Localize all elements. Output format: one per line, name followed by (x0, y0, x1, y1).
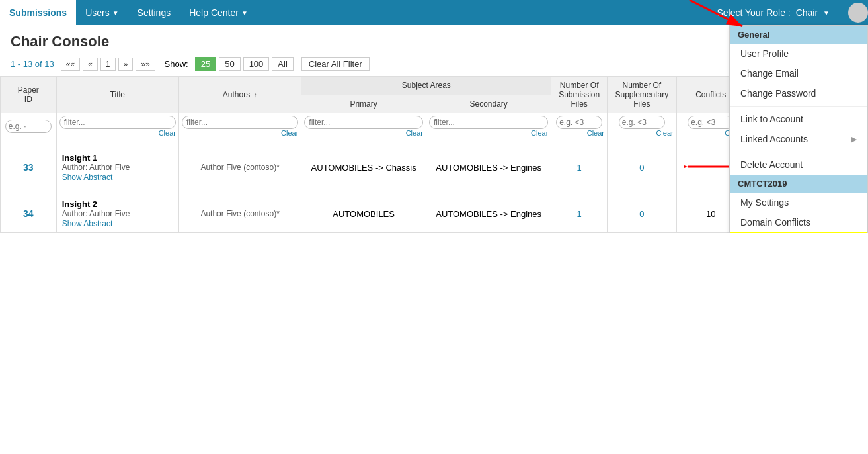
row34-author-sub: Author: Author Five (62, 209, 173, 218)
nav-settings[interactable]: Settings (128, 0, 180, 25)
pagination-info: 1 - 13 of 13 (11, 59, 54, 69)
row34-secondary: AUTOMOBILES -> Engines (426, 195, 551, 233)
nav-users-arrow: ▼ (112, 9, 119, 17)
pagination-page1-btn[interactable]: 1 (100, 58, 116, 71)
nav-role-label: Select Your Role : (717, 7, 790, 18)
nav-right-section: Select Your Role : Chair ▼ General User … (707, 0, 868, 25)
nav-help-center[interactable]: Help Center ▼ (180, 0, 257, 25)
th-secondary: Secondary (426, 95, 551, 113)
dropdown-email-history[interactable]: Email History (730, 232, 867, 233)
th-paper-id: PaperID (1, 77, 57, 113)
dropdown-linked-accounts[interactable]: Linked Accounts ▶ (730, 129, 867, 149)
user-dropdown-menu: General User Profile Change Email Change… (729, 25, 868, 233)
filter-authors-clear[interactable]: Clear (182, 129, 298, 137)
dropdown-domain-conflicts[interactable]: Domain Conflicts (730, 212, 867, 232)
show-25-btn[interactable]: 25 (195, 57, 216, 71)
filter-submission-files-clear[interactable]: Clear (554, 129, 604, 137)
th-subject-areas: Subject Areas (301, 77, 551, 95)
dropdown-user-profile-label: User Profile (740, 48, 789, 59)
nav-users-label: Users (85, 7, 110, 18)
dropdown-general-header: General (730, 26, 867, 44)
th-primary: Primary (301, 95, 426, 113)
filter-title-clear[interactable]: Clear (59, 129, 176, 137)
row34-title: Insight 2 (62, 199, 173, 209)
row34-submission-files: 1 (551, 195, 608, 233)
dropdown-divider-2 (730, 152, 867, 152)
filter-paper-id-cell (1, 113, 57, 140)
dropdown-link-to-account[interactable]: Link to Account (730, 109, 867, 129)
nav-role-selector[interactable]: Select Your Role : Chair ▼ (707, 7, 842, 18)
show-100-btn[interactable]: 100 (243, 57, 270, 71)
dropdown-domain-conflicts-label: Domain Conflicts (740, 217, 810, 228)
row34-authors: Author Five (contoso)* (178, 195, 301, 233)
row34-show-abstract[interactable]: Show Abstract (62, 219, 113, 228)
nav-submissions[interactable]: Submissions (0, 0, 76, 25)
pagination-next-btn[interactable]: » (118, 58, 134, 71)
row33-submission-files: 1 (551, 140, 608, 195)
filter-authors-input[interactable] (182, 116, 298, 129)
row34-title-cell: Insight 2 Author: Author Five Show Abstr… (56, 195, 178, 233)
row34-paper-id[interactable]: 34 (1, 195, 57, 233)
filter-paper-id-input[interactable] (5, 120, 52, 133)
filter-secondary-cell: Clear (426, 113, 551, 140)
filter-primary-clear[interactable]: Clear (304, 129, 423, 137)
dropdown-linked-accounts-label: Linked Accounts (740, 134, 808, 144)
filter-secondary-clear[interactable]: Clear (429, 129, 548, 137)
dropdown-delete-account-label: Delete Account (740, 159, 803, 170)
row33-title-cell: Insight 1 Author: Author Five Show Abstr… (56, 140, 178, 195)
nav-role-arrow: ▼ (823, 9, 830, 17)
filter-conflicts-input[interactable] (688, 116, 734, 129)
show-all-btn[interactable]: All (272, 57, 293, 71)
filter-title-cell: Clear (56, 113, 178, 140)
dropdown-change-password[interactable]: Change Password (730, 83, 867, 103)
show-50-btn[interactable]: 50 (219, 57, 240, 71)
th-num-submission-files: Number OfSubmissionFiles (551, 77, 608, 113)
dropdown-link-to-account-label: Link to Account (740, 114, 803, 124)
dropdown-delete-account[interactable]: Delete Account (730, 155, 867, 175)
row34-supplementary-files: 0 (608, 195, 677, 233)
filter-primary-cell: Clear (301, 113, 426, 140)
dropdown-change-email[interactable]: Change Email (730, 64, 867, 83)
nav-users[interactable]: Users ▼ (76, 0, 128, 25)
filter-supplementary-files-clear[interactable]: Clear (610, 129, 674, 137)
row33-primary: AUTOMOBILES -> Chassis (301, 140, 426, 195)
nav-help-center-arrow: ▼ (241, 9, 248, 17)
dropdown-conference-header: CMTCT2019 (730, 175, 867, 193)
th-title: Title (56, 77, 178, 113)
row33-authors: Author Five (contoso)* (178, 140, 301, 195)
nav-role-value: Chair (796, 7, 818, 18)
pagination-prev-btn[interactable]: « (83, 58, 98, 71)
row33-secondary: AUTOMOBILES -> Engines (426, 140, 551, 195)
nav-settings-label: Settings (138, 7, 171, 18)
row33-show-abstract[interactable]: Show Abstract (62, 173, 113, 182)
user-avatar[interactable] (848, 3, 868, 23)
filter-title-input[interactable] (59, 116, 176, 129)
row33-author-sub: Author: Author Five (62, 163, 173, 172)
pagination-last-btn[interactable]: »» (136, 58, 155, 71)
th-num-supplementary-files: Number OfSupplementaryFiles (608, 77, 677, 113)
th-authors: Authors ↑ (178, 77, 301, 113)
dropdown-divider-1 (730, 106, 867, 107)
dropdown-my-settings-label: My Settings (740, 197, 789, 208)
authors-sort-arrow: ↑ (254, 91, 257, 99)
dropdown-user-profile[interactable]: User Profile (730, 44, 867, 64)
dropdown-change-password-label: Change Password (740, 88, 816, 99)
filter-supplementary-files-cell: Clear (608, 113, 677, 140)
row33-supplementary-files: 0 (608, 140, 677, 195)
row34-primary: AUTOMOBILES (301, 195, 426, 233)
show-label: Show: (165, 59, 188, 69)
nav-help-center-label: Help Center (189, 7, 239, 18)
top-navigation: Submissions Users ▼ Settings Help Center… (0, 0, 868, 25)
filter-authors-cell: Clear (178, 113, 301, 140)
nav-submissions-label: Submissions (9, 7, 67, 18)
dropdown-my-settings[interactable]: My Settings (730, 193, 867, 212)
row33-paper-id[interactable]: 33 (1, 140, 57, 195)
row33-title: Insight 1 (62, 153, 173, 163)
filter-secondary-input[interactable] (429, 116, 548, 129)
pagination-first-btn[interactable]: «« (61, 58, 80, 71)
clear-all-filter-btn[interactable]: Clear All Filter (301, 57, 370, 71)
filter-supplementary-files-input[interactable] (619, 116, 665, 129)
filter-submission-files-cell: Clear (551, 113, 608, 140)
filter-submission-files-input[interactable] (556, 116, 602, 129)
filter-primary-input[interactable] (304, 116, 423, 129)
